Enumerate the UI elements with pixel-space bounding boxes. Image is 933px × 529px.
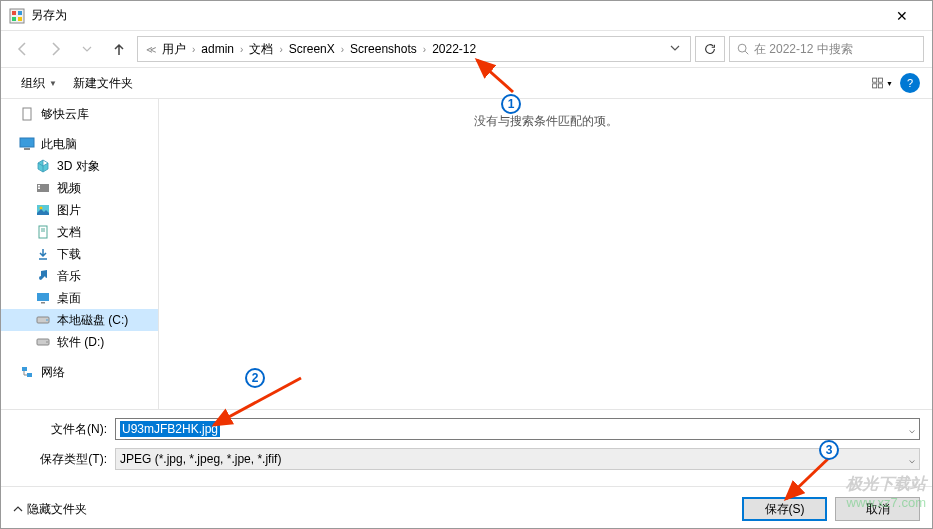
svg-point-28 <box>46 341 48 343</box>
svg-rect-13 <box>24 148 30 150</box>
cancel-button[interactable]: 取消 <box>835 497 920 521</box>
breadcrumb-item[interactable]: 用户 <box>160 41 188 58</box>
breadcrumb[interactable]: ≪ 用户› admin› 文档› ScreenX› Screenshots› 2… <box>137 36 691 62</box>
svg-rect-19 <box>39 226 47 238</box>
filename-input[interactable]: U93mJFB2HK.jpg ⌵ <box>115 418 920 440</box>
close-button[interactable]: ✕ <box>879 1 924 31</box>
hide-folders-toggle[interactable]: 隐藏文件夹 <box>13 501 87 518</box>
breadcrumb-label: 文档 <box>249 41 273 58</box>
breadcrumb-item[interactable]: 2022-12 <box>430 42 478 56</box>
back-button[interactable] <box>9 35 37 63</box>
forward-button[interactable] <box>41 35 69 63</box>
sidebar-item-3d[interactable]: 3D 对象 <box>1 155 158 177</box>
sidebar-item-videos[interactable]: 视频 <box>1 177 158 199</box>
refresh-button[interactable] <box>695 36 725 62</box>
svg-rect-23 <box>37 293 49 301</box>
recent-dropdown[interactable] <box>73 35 101 63</box>
organize-menu[interactable]: 组织▼ <box>13 71 65 96</box>
network-icon <box>19 364 35 380</box>
breadcrumb-item[interactable]: 文档 <box>247 41 275 58</box>
title-bar: 另存为 ✕ <box>1 1 932 31</box>
search-input[interactable]: 在 2022-12 中搜索 <box>729 36 924 62</box>
sidebar-item-quick[interactable]: 够快云库 <box>1 103 158 125</box>
svg-rect-2 <box>18 11 22 15</box>
svg-rect-1 <box>12 11 16 15</box>
music-icon <box>35 268 51 284</box>
sidebar-item-documents[interactable]: 文档 <box>1 221 158 243</box>
breadcrumb-item[interactable]: admin <box>199 42 236 56</box>
breadcrumb-item[interactable]: Screenshots <box>348 42 419 56</box>
chevron-icon: ≪ <box>142 44 160 55</box>
organize-label: 组织 <box>21 75 45 92</box>
svg-rect-30 <box>27 373 32 377</box>
sidebar-item-music[interactable]: 音乐 <box>1 265 158 287</box>
chevron-icon: › <box>275 44 286 55</box>
file-list-area: 没有与搜索条件匹配的项。 <box>159 99 932 409</box>
chevron-icon: › <box>236 44 247 55</box>
computer-icon <box>19 136 35 152</box>
breadcrumb-dropdown[interactable] <box>664 42 686 56</box>
new-folder-button[interactable]: 新建文件夹 <box>65 71 141 96</box>
svg-rect-15 <box>38 185 40 187</box>
svg-rect-11 <box>23 108 31 120</box>
breadcrumb-label: ScreenX <box>289 42 335 56</box>
window-title: 另存为 <box>31 7 879 24</box>
sidebar: 够快云库 此电脑 3D 对象 视频 图片 文档 下载 音乐 桌面 本地磁盘 (C… <box>1 99 159 409</box>
cancel-label: 取消 <box>866 501 890 518</box>
sidebar-item-label: 下载 <box>57 246 81 263</box>
footer: 隐藏文件夹 保存(S) 取消 <box>1 486 932 529</box>
sidebar-item-label: 够快云库 <box>41 106 89 123</box>
empty-message: 没有与搜索条件匹配的项。 <box>474 113 618 130</box>
chevron-icon: › <box>337 44 348 55</box>
sidebar-item-disk-d[interactable]: 软件 (D:) <box>1 331 158 353</box>
breadcrumb-item[interactable]: ScreenX <box>287 42 337 56</box>
svg-rect-10 <box>878 84 882 88</box>
form-area: 文件名(N): U93mJFB2HK.jpg ⌵ 保存类型(T): JPEG (… <box>1 409 932 486</box>
svg-rect-4 <box>18 17 22 21</box>
search-placeholder: 在 2022-12 中搜索 <box>754 41 853 58</box>
sidebar-item-label: 视频 <box>57 180 81 197</box>
filetype-select[interactable]: JPEG (*.jpg, *.jpeg, *.jpe, *.jfif) ⌵ <box>115 448 920 470</box>
chevron-down-icon: ▼ <box>886 80 893 87</box>
sidebar-item-label: 此电脑 <box>41 136 77 153</box>
sidebar-item-disk-c[interactable]: 本地磁盘 (C:) <box>1 309 158 331</box>
save-label: 保存(S) <box>765 501 805 518</box>
filetype-label: 保存类型(T): <box>13 451 115 468</box>
svg-rect-16 <box>38 188 40 190</box>
breadcrumb-label: 用户 <box>162 41 186 58</box>
sidebar-item-label: 文档 <box>57 224 81 241</box>
chevron-down-icon: ⌵ <box>909 454 915 465</box>
help-button[interactable]: ? <box>900 73 920 93</box>
disk-icon <box>35 312 51 328</box>
filetype-value: JPEG (*.jpg, *.jpeg, *.jpe, *.jfif) <box>120 452 281 466</box>
app-icon <box>9 8 25 24</box>
toolbar: 组织▼ 新建文件夹 ▼ ? <box>1 67 932 99</box>
breadcrumb-label: admin <box>201 42 234 56</box>
up-button[interactable] <box>105 35 133 63</box>
sidebar-item-network[interactable]: 网络 <box>1 361 158 383</box>
save-button[interactable]: 保存(S) <box>742 497 827 521</box>
cube-icon <box>35 158 51 174</box>
view-button[interactable]: ▼ <box>870 71 894 95</box>
chevron-down-icon[interactable]: ⌵ <box>909 424 915 435</box>
newfolder-label: 新建文件夹 <box>73 75 133 92</box>
chevron-icon: › <box>188 44 199 55</box>
search-icon <box>736 42 750 56</box>
chevron-up-icon <box>13 504 23 514</box>
sidebar-item-downloads[interactable]: 下载 <box>1 243 158 265</box>
svg-rect-8 <box>878 78 882 82</box>
sidebar-item-label: 本地磁盘 (C:) <box>57 312 128 329</box>
video-icon <box>35 180 51 196</box>
picture-icon <box>35 202 51 218</box>
sidebar-item-thispc[interactable]: 此电脑 <box>1 133 158 155</box>
svg-rect-3 <box>12 17 16 21</box>
chevron-down-icon: ▼ <box>49 79 57 88</box>
filename-value: U93mJFB2HK.jpg <box>120 421 220 437</box>
svg-rect-24 <box>41 302 45 304</box>
sidebar-item-pictures[interactable]: 图片 <box>1 199 158 221</box>
document-icon <box>35 224 51 240</box>
main-area: 够快云库 此电脑 3D 对象 视频 图片 文档 下载 音乐 桌面 本地磁盘 (C… <box>1 99 932 409</box>
sidebar-item-label: 音乐 <box>57 268 81 285</box>
hide-folders-label: 隐藏文件夹 <box>27 501 87 518</box>
sidebar-item-desktop[interactable]: 桌面 <box>1 287 158 309</box>
